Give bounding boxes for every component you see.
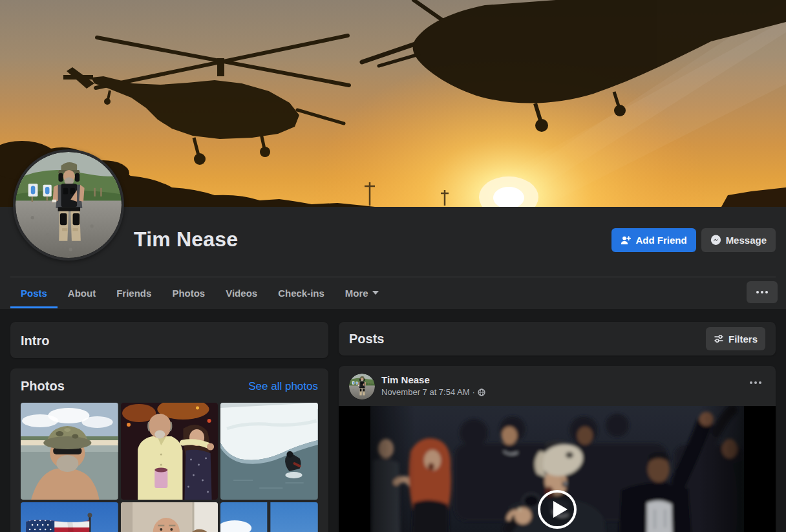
tab-label: About <box>68 288 96 299</box>
post-author-avatar[interactable] <box>349 374 375 399</box>
add-friend-label: Add Friend <box>635 235 686 246</box>
tab-checkins[interactable]: Check-ins <box>268 277 335 308</box>
filters-label: Filters <box>728 334 758 345</box>
posts-header-card: Posts Filters <box>339 322 776 356</box>
post-author-name[interactable]: Tim Nease <box>381 374 485 385</box>
tab-videos[interactable]: Videos <box>215 277 268 308</box>
chevron-down-icon <box>372 291 379 295</box>
three-dots-icon <box>756 291 768 293</box>
photo-grid <box>21 403 318 532</box>
photo-thumbnail[interactable] <box>220 502 318 532</box>
intro-title: Intro <box>21 334 318 348</box>
see-all-photos-link[interactable]: See all photos <box>248 380 318 393</box>
post-separator: · <box>473 387 475 397</box>
tab-friends[interactable]: Friends <box>106 277 162 308</box>
tab-label: Check-ins <box>278 288 324 299</box>
post: Tim Nease November 7 at 7:54 AM · <box>339 366 776 532</box>
photo-thumbnail[interactable] <box>21 502 118 532</box>
feed-column: Posts Filters Tim Nease <box>339 322 776 532</box>
profile-tabs: Posts About Friends Photos Videos Check-… <box>10 277 389 308</box>
profile-picture[interactable] <box>13 149 124 261</box>
photo-thumbnail[interactable] <box>21 403 118 500</box>
play-icon <box>536 489 578 530</box>
tab-label: Friends <box>116 288 151 299</box>
profile-header: Tim Nease Add Friend Message <box>0 207 786 309</box>
tab-label: Videos <box>226 288 257 299</box>
tab-label: Photos <box>172 288 205 299</box>
post-video[interactable] <box>339 406 776 532</box>
tab-about[interactable]: About <box>58 277 106 308</box>
tab-posts[interactable]: Posts <box>10 277 58 308</box>
posts-title: Posts <box>349 332 384 346</box>
messenger-icon <box>710 235 721 246</box>
photo-thumbnail[interactable] <box>121 502 218 532</box>
cover-photo[interactable] <box>0 0 786 207</box>
profile-more-options-button[interactable] <box>747 281 778 303</box>
tab-photos[interactable]: Photos <box>162 277 215 308</box>
photo-thumbnail[interactable] <box>220 403 318 500</box>
photo-thumbnail[interactable] <box>121 403 218 500</box>
profile-name: Tim Nease <box>134 228 238 251</box>
post-timestamp[interactable]: November 7 at 7:54 AM <box>381 387 470 397</box>
facebook-profile-page: Tim Nease Add Friend Message <box>0 0 786 532</box>
person-plus-icon <box>621 235 631 246</box>
tab-label: Posts <box>21 288 47 299</box>
photos-title: Photos <box>21 379 65 394</box>
tab-more[interactable]: More <box>335 277 389 308</box>
play-button[interactable] <box>536 489 578 530</box>
intro-card: Intro <box>10 322 328 358</box>
post-header: Tim Nease November 7 at 7:54 AM · <box>339 366 776 406</box>
add-friend-button[interactable]: Add Friend <box>611 228 696 252</box>
profile-actions: Add Friend Message <box>611 228 776 252</box>
filters-button[interactable]: Filters <box>706 327 765 350</box>
main-content: Intro Photos See all photos <box>0 309 786 532</box>
left-column: Intro Photos See all photos <box>10 322 328 532</box>
globe-icon <box>478 388 485 396</box>
message-button[interactable]: Message <box>701 228 776 252</box>
tab-label: More <box>345 288 368 299</box>
sliders-icon <box>714 334 724 344</box>
three-dots-icon <box>750 381 761 384</box>
photos-card: Photos See all photos <box>10 368 328 532</box>
message-label: Message <box>726 235 767 246</box>
post-more-options-button[interactable] <box>746 378 765 388</box>
